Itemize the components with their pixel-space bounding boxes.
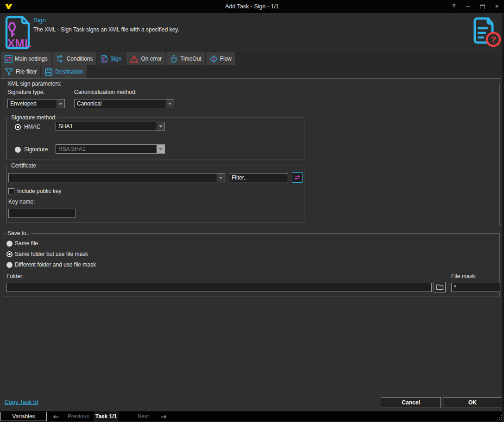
different-folder-file-mask-radio[interactable] — [6, 262, 13, 268]
tab-conditions[interactable]: Conditions — [52, 52, 97, 65]
folder-icon — [436, 284, 444, 291]
signature-type-combobox[interactable]: Enveloped — [7, 99, 65, 108]
tab-label: Main settings — [15, 56, 48, 62]
titlebar: Add Task - Sign - 1/1 ? – × — [0, 0, 504, 13]
tab-file-filter[interactable]: File filter — [1, 65, 40, 78]
copy-task-id-link[interactable]: Copy Task Id — [5, 399, 38, 405]
svg-text:XML: XML — [102, 60, 107, 62]
sub-tab-bar: File filter Destination — [0, 65, 504, 78]
stopwatch-icon — [170, 55, 178, 63]
filter-sliders-icon — [294, 174, 301, 181]
key-name-input[interactable] — [8, 209, 76, 218]
combobox-value: RSA SHA1 — [56, 145, 156, 153]
resize-grip[interactable] — [497, 415, 502, 420]
chevron-down-icon[interactable] — [156, 122, 164, 130]
certificate-filter-input[interactable] — [229, 173, 288, 182]
branch-icon — [56, 55, 64, 62]
group-label: Signature method: — [9, 114, 58, 121]
warning-icon — [130, 55, 139, 63]
include-public-key-label: Include public key — [17, 188, 61, 194]
canonicalization-combobox[interactable]: Canonical — [74, 99, 174, 108]
xml-file-icon: XML — [4, 15, 32, 50]
folder-label: Folder: — [6, 273, 24, 279]
next-arrow-icon[interactable]: ⇒ — [156, 411, 171, 422]
tab-main-settings[interactable]: Main settings — [1, 52, 51, 65]
tab-label: Destination — [55, 68, 83, 75]
canonicalization-label: Canonicalization method: — [74, 89, 137, 95]
content-divider — [0, 78, 501, 79]
same-file-label: Same file — [15, 240, 38, 247]
different-folder-file-mask-label: Different folder and use file mask — [15, 261, 96, 268]
key-name-label: Key name: — [8, 199, 35, 205]
signature-radio[interactable] — [15, 147, 21, 153]
maximize-icon — [480, 5, 485, 9]
certificate-filter-button[interactable] — [292, 172, 302, 183]
signature-method-combobox: RSA SHA1 — [56, 144, 165, 154]
combobox-value — [9, 174, 216, 182]
tab-label: Flow — [220, 56, 232, 62]
tab-label: File filter — [16, 68, 37, 75]
hmac-radio[interactable] — [15, 124, 21, 130]
signature-label: Signature — [24, 146, 48, 153]
group-label: XML sign parameters: — [6, 81, 63, 87]
folder-input[interactable] — [6, 283, 432, 292]
group-label: Certificate — [9, 162, 38, 169]
close-button[interactable]: × — [490, 0, 504, 13]
status-bar: Variables ⇐ Previous Task 1/1 Next ⇒ — [0, 411, 504, 422]
tab-sign[interactable]: XML Sign — [97, 52, 125, 65]
signature-type-label: Signature type: — [7, 89, 45, 95]
window-title: Add Task - Sign - 1/1 — [0, 0, 504, 13]
sliders-icon — [5, 55, 13, 63]
tab-label: On error — [141, 56, 162, 62]
header: XML Sign The XML - Sign Task signs an XM… — [0, 13, 504, 52]
chevron-down-icon[interactable] — [56, 99, 64, 108]
same-folder-file-mask-radio[interactable] — [6, 251, 13, 257]
svg-text:?: ? — [491, 35, 496, 44]
tab-label: Sign — [110, 56, 121, 62]
funnel-icon — [5, 68, 13, 76]
svg-text:XML: XML — [7, 37, 32, 50]
file-mask-input[interactable] — [451, 283, 500, 292]
next-button[interactable]: Next — [131, 411, 156, 422]
maximize-button[interactable] — [475, 0, 490, 13]
chevron-down-icon[interactable] — [216, 174, 225, 182]
same-folder-file-mask-label: Same folder but use file mask — [15, 251, 88, 257]
combobox-value: SHA1 — [56, 122, 156, 130]
tab-on-error[interactable]: On error — [126, 52, 165, 65]
chevron-down-icon[interactable] — [165, 99, 174, 108]
previous-button[interactable]: Previous — [64, 411, 93, 422]
add-task-dialog: Add Task - Sign - 1/1 ? – × XML Sign The… — [0, 0, 504, 422]
help-button[interactable]: ? — [447, 0, 461, 13]
minimize-button[interactable]: – — [461, 0, 475, 13]
previous-arrow-icon[interactable]: ⇐ — [48, 411, 64, 422]
xml-doc-icon: XML — [101, 55, 108, 63]
window-right-edge — [502, 13, 504, 422]
tab-label: Conditions — [67, 56, 93, 62]
browse-folder-button[interactable] — [434, 282, 446, 292]
task-title: Sign — [33, 17, 46, 24]
cancel-button[interactable]: Cancel — [381, 397, 441, 408]
flow-diamond-icon — [210, 55, 218, 63]
combobox-value: Enveloped — [8, 99, 56, 108]
include-public-key-checkbox[interactable] — [8, 188, 14, 194]
tab-destination[interactable]: Destination — [41, 65, 87, 78]
group-label: Save to.. — [6, 230, 31, 236]
chevron-down-icon — [156, 145, 164, 153]
hmac-method-combobox[interactable]: SHA1 — [56, 122, 165, 131]
combobox-value: Canonical — [75, 99, 165, 108]
floppy-icon — [45, 68, 53, 76]
main-tab-bar: Main settings Conditions XML Sign — [0, 52, 504, 65]
task-description: The XML - Sign Task signs an XML file wi… — [33, 26, 179, 33]
ok-button[interactable]: OK — [443, 397, 502, 408]
variables-button[interactable]: Variables — [0, 412, 47, 421]
certificate-combobox[interactable] — [8, 173, 225, 182]
hmac-label: HMAC — [24, 124, 40, 130]
tab-label: TimeOut — [180, 56, 202, 62]
file-mask-label: File mask: — [451, 273, 477, 279]
tab-flow[interactable]: Flow — [206, 52, 235, 65]
task-counter: Task 1/1 — [94, 411, 119, 422]
same-file-radio[interactable] — [6, 241, 13, 247]
help-doc-icon[interactable]: ? — [470, 17, 502, 48]
tab-timeout[interactable]: TimeOut — [166, 52, 205, 65]
